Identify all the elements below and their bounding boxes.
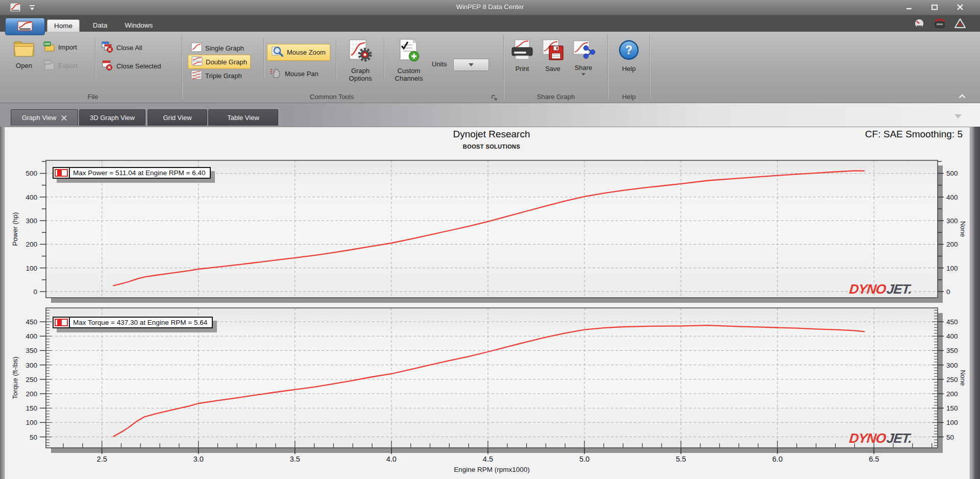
help-icon: ?	[618, 39, 640, 63]
titlebar: WinPEP 8 Data Center	[0, 0, 980, 15]
tab-graph-view-label: Graph View	[22, 114, 57, 122]
ribbon-group-share-graph: Print Save	[505, 32, 606, 103]
ribbon-tab-row: Home Data Windows	[0, 15, 980, 32]
help-label: Help	[622, 65, 636, 73]
import-label: Import	[58, 43, 77, 51]
share-dropdown-arrow-icon	[581, 73, 585, 76]
tab-scroll-arrow-icon[interactable]	[954, 114, 962, 118]
power-series-swatch	[54, 168, 70, 178]
double-graph-icon	[191, 56, 203, 67]
gauge-icon[interactable]	[913, 17, 926, 32]
chart-title: Dynojet Research	[236, 129, 747, 140]
tab-3d-graph-view[interactable]: 3D Graph View	[79, 109, 145, 126]
torque-legend[interactable]: Max Torque = 437.30 at Engine RPM = 5.64	[53, 317, 213, 328]
power-legend[interactable]: Max Power = 511.04 at Engine RPM = 6.40	[53, 167, 211, 179]
open-button[interactable]: Open	[9, 38, 39, 69]
tab-table-view-label: Table View	[227, 114, 259, 122]
close-all-button[interactable]: Close All	[101, 41, 142, 55]
single-graph-label: Single Graph	[205, 44, 244, 52]
dialog-launcher-icon[interactable]	[491, 94, 498, 103]
triple-graph-button[interactable]: Triple Graph	[188, 69, 245, 82]
view-tab-strip: Graph View 3D Graph View Grid View Table…	[0, 103, 980, 127]
help-group-label: Help	[609, 93, 648, 101]
window-title: WinPEP 8 Data Center	[0, 3, 980, 11]
share-icon	[572, 39, 595, 62]
file-group-label: File	[4, 93, 182, 101]
torque-plot-area[interactable]	[46, 308, 938, 448]
export-button[interactable]: CSV Export	[43, 59, 78, 72]
mouse-pan-button[interactable]: Mouse Pan	[270, 67, 318, 80]
common-tools-group-label: Common Tools	[276, 93, 388, 101]
chart-subtitle: BOOST SOLUTIONS	[236, 143, 747, 150]
ribbon-collapse-icon[interactable]	[958, 92, 967, 101]
share-graph-group-label: Share Graph	[505, 93, 606, 101]
export-label: Export	[58, 62, 78, 69]
tab-graph-view[interactable]: Graph View	[11, 109, 78, 126]
correction-factor-label: CF: SAE Smoothing: 5	[865, 129, 963, 140]
units-combo[interactable]	[453, 59, 489, 71]
open-label: Open	[16, 62, 32, 69]
svg-text:?: ?	[625, 43, 632, 57]
warning-icon[interactable]	[953, 17, 967, 32]
print-label: Print	[516, 65, 529, 73]
close-button[interactable]	[954, 3, 966, 12]
triple-graph-label: Triple Graph	[205, 72, 242, 80]
save-button[interactable]: Save	[539, 39, 567, 73]
mouse-zoom-button[interactable]: Mouse Zoom	[267, 44, 330, 61]
close-selected-button[interactable]: Close Selected	[101, 59, 161, 73]
minimize-button[interactable]	[903, 3, 915, 12]
tab-close-icon[interactable]	[61, 115, 67, 121]
graph-options-icon	[348, 38, 373, 65]
ribbon-tab-home[interactable]: Home	[47, 19, 80, 32]
magnifier-icon	[272, 46, 284, 59]
mouse-pan-label: Mouse Pan	[285, 70, 318, 78]
folder-icon	[12, 38, 36, 60]
torque-legend-text: Max Torque = 437.30 at Engine RPM = 5.64	[70, 318, 212, 327]
double-graph-button[interactable]: Double Graph	[188, 55, 251, 69]
ribbon-group-file: Open CSV Import CSV	[4, 32, 182, 103]
custom-channels-icon	[397, 38, 421, 65]
ribbon: Open CSV Import CSV	[0, 32, 980, 103]
close-selected-label: Close Selected	[116, 62, 161, 70]
winpep-logo-icon	[16, 20, 34, 33]
single-graph-button[interactable]: Single Graph	[188, 41, 247, 55]
torque-series-swatch	[54, 318, 70, 327]
mouse-zoom-label: Mouse Zoom	[287, 49, 326, 56]
export-csv-icon: CSV	[43, 59, 55, 72]
double-graph-label: Double Graph	[206, 58, 247, 66]
share-button[interactable]: Share	[570, 39, 597, 76]
svg-text:CSV: CSV	[44, 42, 51, 45]
application-menu-button[interactable]	[5, 18, 45, 35]
graph-options-button[interactable]: Graph Options	[340, 38, 381, 82]
custom-channels-button[interactable]: Custom Channels	[388, 38, 430, 82]
ribbon-group-help: ? Help Help	[609, 32, 648, 103]
single-graph-icon	[191, 42, 202, 54]
triple-graph-icon	[191, 70, 202, 81]
dyno-run-icon[interactable]	[933, 17, 946, 32]
dynojet-watermark: DYNOJET.	[848, 281, 912, 297]
tab-grid-view[interactable]: Grid View	[148, 109, 207, 126]
units-label: Units	[432, 60, 447, 68]
ribbon-group-common-tools: Single Graph Double Graph	[184, 32, 503, 103]
import-button[interactable]: CSV Import	[43, 41, 77, 54]
close-selected-icon	[101, 59, 113, 73]
maximize-button[interactable]	[929, 3, 940, 12]
power-legend-text: Max Power = 511.04 at Engine RPM = 6.40	[70, 168, 210, 178]
power-plot-area[interactable]	[46, 160, 938, 298]
save-label: Save	[545, 65, 560, 73]
window-edge-left	[0, 103, 4, 479]
graph-options-label: Graph Options	[345, 67, 376, 82]
svg-text:CSV: CSV	[44, 61, 51, 64]
hand-icon	[270, 67, 282, 80]
close-all-label: Close All	[116, 44, 142, 52]
tab-table-view[interactable]: Table View	[208, 109, 278, 126]
print-button[interactable]: Print	[508, 39, 536, 73]
printer-icon	[510, 39, 534, 63]
close-all-icon	[101, 41, 113, 55]
dynojet-watermark: DYNOJET.	[848, 430, 912, 446]
ribbon-tab-data[interactable]: Data	[87, 19, 113, 32]
share-label: Share	[575, 64, 593, 71]
ribbon-tab-windows[interactable]: Windows	[119, 19, 158, 32]
help-button[interactable]: ? Help	[615, 39, 643, 73]
tab-grid-view-label: Grid View	[163, 114, 191, 122]
